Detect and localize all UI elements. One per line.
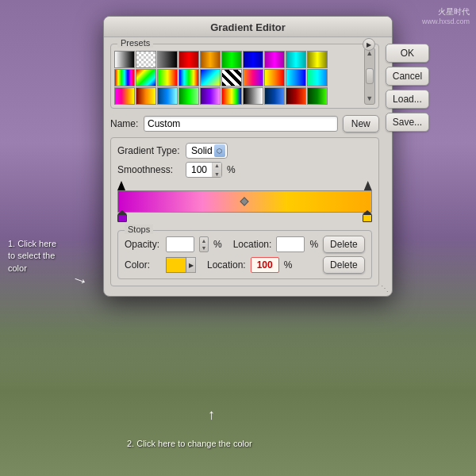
- color-swatch-group: ▶: [166, 257, 196, 273]
- load-button[interactable]: Load...: [386, 90, 429, 109]
- presets-row-1: [114, 51, 363, 68]
- scroll-thumb[interactable]: [366, 68, 374, 84]
- preset-7[interactable]: [243, 51, 263, 68]
- preset-23[interactable]: [157, 87, 178, 105]
- new-button[interactable]: New: [343, 115, 379, 132]
- opacity-location-label: Location:: [233, 239, 272, 250]
- opacity-location-input[interactable]: [276, 236, 305, 252]
- preset-6[interactable]: [221, 51, 242, 68]
- preset-29[interactable]: [286, 87, 306, 105]
- opacity-value-input[interactable]: [166, 236, 194, 252]
- preset-22[interactable]: [136, 87, 156, 105]
- annotation-bottom: 2. Click here to change the color: [127, 439, 252, 448]
- presets-play-button[interactable]: ▶: [363, 38, 375, 51]
- color-delete-button[interactable]: Delete: [323, 256, 365, 274]
- preset-8[interactable]: [264, 51, 285, 68]
- preset-11[interactable]: [114, 69, 135, 86]
- opacity-percent: %: [213, 239, 222, 250]
- bottom-handle-right[interactable]: [363, 214, 372, 225]
- cancel-button[interactable]: Cancel: [386, 67, 429, 86]
- dialog-titlebar: Gradient Editor: [104, 17, 392, 37]
- preset-15[interactable]: [200, 69, 221, 86]
- color-label: Color:: [125, 259, 161, 271]
- bottom-handle-left-body: [117, 214, 127, 222]
- preset-27[interactable]: [243, 87, 263, 105]
- presets-main: [114, 48, 363, 105]
- smoothness-label: Smoothness:: [117, 164, 181, 175]
- smoothness-down-arrow[interactable]: ▼: [213, 171, 221, 178]
- presets-group: Presets ▶: [110, 44, 379, 109]
- color-location-percent: %: [284, 259, 293, 271]
- smoothness-input-wrap: ▲ ▼: [186, 162, 222, 178]
- opacity-down-arrow[interactable]: ▼: [200, 245, 208, 252]
- preset-10[interactable]: [307, 51, 328, 68]
- preset-12[interactable]: [136, 69, 156, 86]
- name-row: Name: New: [110, 115, 379, 132]
- preset-1[interactable]: [114, 51, 135, 68]
- presets-grid: [114, 51, 363, 105]
- right-buttons: OK Cancel Load... Save...: [386, 44, 429, 286]
- opacity-delete-button[interactable]: Delete: [323, 236, 365, 253]
- smoothness-up-arrow[interactable]: ▲: [213, 162, 221, 171]
- name-label: Name:: [110, 118, 139, 129]
- preset-4[interactable]: [178, 51, 199, 68]
- annotation-arrow-up: ↓: [208, 408, 215, 424]
- color-swatch[interactable]: [166, 257, 186, 273]
- preset-9[interactable]: [286, 51, 306, 68]
- opacity-up-arrow[interactable]: ▲: [200, 237, 208, 245]
- top-handles: [117, 181, 372, 190]
- gradient-editor-dialog: Gradient Editor Presets ▶: [103, 16, 393, 297]
- watermark: 火星时代 www.hxsd.com: [422, 6, 470, 25]
- preset-2[interactable]: [136, 51, 156, 68]
- scroll-down-arrow[interactable]: ▼: [366, 95, 373, 102]
- preset-16[interactable]: [221, 69, 242, 86]
- background-hills: [0, 333, 476, 476]
- dialog-title: Gradient Editor: [210, 21, 286, 33]
- resize-grip[interactable]: ⋱: [381, 285, 390, 294]
- bottom-handle-right-arrow: [363, 210, 372, 214]
- top-handle-left[interactable]: [117, 181, 125, 190]
- color-row: Color: ▶ Location: % Delete: [125, 256, 365, 274]
- bottom-handles: [117, 213, 372, 225]
- smoothness-arrows[interactable]: ▲ ▼: [212, 162, 221, 178]
- midpoint-diamond[interactable]: [240, 197, 249, 205]
- preset-21[interactable]: [114, 87, 135, 105]
- color-location-input[interactable]: [251, 257, 279, 273]
- preset-24[interactable]: [178, 87, 199, 105]
- preset-25[interactable]: [200, 87, 221, 105]
- scroll-up-arrow[interactable]: ▲: [366, 50, 373, 57]
- gradient-type-select[interactable]: Solid ⬡: [186, 143, 228, 159]
- preset-28[interactable]: [264, 87, 285, 105]
- preset-30[interactable]: [307, 87, 328, 105]
- stops-label: Stops: [125, 225, 153, 234]
- ok-button[interactable]: OK: [386, 44, 429, 63]
- opacity-label: Opacity:: [125, 239, 161, 250]
- watermark-line2: www.hxsd.com: [422, 17, 470, 25]
- gradient-type-label: Gradient Type:: [117, 145, 181, 156]
- gradient-type-row: Gradient Type: Solid ⬡: [117, 143, 372, 159]
- preset-13[interactable]: [157, 69, 178, 86]
- presets-scrollbar[interactable]: ▲ ▼: [364, 48, 375, 105]
- smoothness-row: Smoothness: ▲ ▼ %: [117, 162, 372, 178]
- opacity-location-percent: %: [309, 239, 318, 250]
- preset-20[interactable]: [307, 69, 328, 86]
- preset-17[interactable]: [243, 69, 263, 86]
- bottom-handle-left[interactable]: [117, 214, 127, 225]
- preset-26[interactable]: [221, 87, 242, 105]
- preset-5[interactable]: [200, 51, 221, 68]
- stops-section: Stops Opacity: ▲ ▼ % Location: % Delet: [117, 230, 372, 279]
- top-handle-right[interactable]: [364, 181, 372, 190]
- preset-14[interactable]: [178, 69, 199, 86]
- gradient-type-value: Solid: [191, 145, 213, 156]
- opacity-arrows[interactable]: ▲ ▼: [199, 236, 209, 252]
- preset-3[interactable]: [157, 51, 178, 68]
- smoothness-input[interactable]: [186, 164, 212, 175]
- name-input[interactable]: [144, 116, 338, 132]
- gradient-bar[interactable]: [117, 190, 372, 213]
- color-swatch-arrow[interactable]: ▶: [186, 257, 196, 273]
- save-button[interactable]: Save...: [386, 113, 429, 132]
- gradient-type-arrow[interactable]: ⬡: [214, 144, 225, 157]
- preset-19[interactable]: [286, 69, 306, 86]
- bottom-handle-right-body: [363, 214, 372, 222]
- preset-18[interactable]: [264, 69, 285, 86]
